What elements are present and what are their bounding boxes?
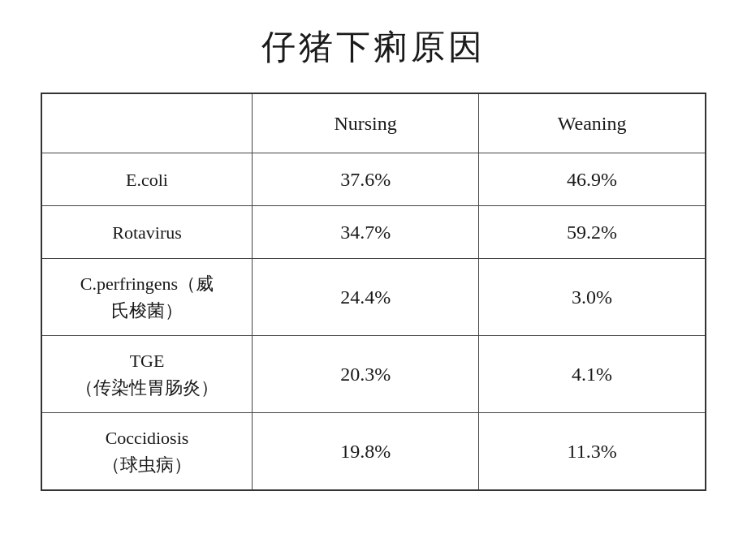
row-weaning-rotavirus: 59.2% (479, 206, 706, 259)
table-header-row: Nursing Weaning (41, 93, 706, 153)
table-row: C.perfringens（威氏梭菌） 24.4% 3.0% (41, 259, 706, 336)
row-nursing-coccidiosis: 19.8% (253, 413, 479, 491)
row-label-rotavirus: Rotavirus (41, 206, 253, 259)
row-nursing-tge: 20.3% (253, 336, 479, 413)
row-label-ecoli: E.coli (41, 153, 253, 206)
row-weaning-ecoli: 46.9% (479, 153, 706, 206)
col-header-empty (41, 93, 253, 153)
row-label-cperfringens: C.perfringens（威氏梭菌） (41, 259, 253, 336)
col-header-nursing: Nursing (253, 93, 479, 153)
row-weaning-cperfringens: 3.0% (479, 259, 706, 336)
data-table: Nursing Weaning E.coli 37.6% 46.9% Rotav… (41, 93, 706, 491)
table-row: Coccidiosis（球虫病） 19.8% 11.3% (41, 413, 706, 491)
table-row: TGE（传染性胃肠炎） 20.3% 4.1% (41, 336, 706, 413)
table-row: E.coli 37.6% 46.9% (41, 153, 706, 206)
row-label-tge: TGE（传染性胃肠炎） (41, 336, 253, 413)
row-nursing-ecoli: 37.6% (253, 153, 479, 206)
page-title: 仔猪下痢原因 (261, 24, 486, 70)
table-row: Rotavirus 34.7% 59.2% (41, 206, 706, 259)
row-label-coccidiosis: Coccidiosis（球虫病） (41, 413, 253, 491)
row-weaning-coccidiosis: 11.3% (479, 413, 706, 491)
row-nursing-cperfringens: 24.4% (253, 259, 479, 336)
row-nursing-rotavirus: 34.7% (253, 206, 479, 259)
col-header-weaning: Weaning (479, 93, 706, 153)
row-weaning-tge: 4.1% (479, 336, 706, 413)
